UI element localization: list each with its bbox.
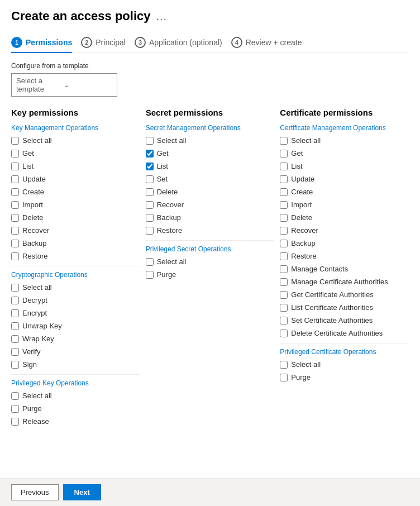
km-create-label[interactable]: Create xyxy=(22,188,44,196)
km-import-label[interactable]: Import xyxy=(22,201,43,209)
cert-create-checkbox[interactable] xyxy=(280,188,288,196)
sm-restore-checkbox[interactable] xyxy=(146,227,154,235)
tab-principal[interactable]: 2 Principal xyxy=(81,32,135,52)
cert-selectall-label[interactable]: Select all xyxy=(291,136,321,145)
km-recover-checkbox[interactable] xyxy=(11,227,19,235)
pc-selectall-checkbox[interactable] xyxy=(280,361,288,369)
sm-recover-checkbox[interactable] xyxy=(146,201,154,209)
pk-selectall-label[interactable]: Select all xyxy=(22,392,52,400)
ps-purge-checkbox[interactable] xyxy=(146,271,154,279)
pc-selectall-label[interactable]: Select all xyxy=(291,360,321,369)
co-encrypt-checkbox[interactable] xyxy=(11,309,19,317)
co-verify-label[interactable]: Verify xyxy=(22,347,41,356)
ps-selectall-checkbox[interactable] xyxy=(146,258,154,266)
previous-button[interactable]: Previous xyxy=(11,484,59,500)
sm-get-checkbox[interactable] xyxy=(146,150,154,157)
km-recover-label[interactable]: Recover xyxy=(22,226,49,235)
co-unwrapkey-checkbox[interactable] xyxy=(11,322,19,330)
tab-permissions[interactable]: 1 Permissions xyxy=(11,32,81,52)
next-button[interactable]: Next xyxy=(63,484,101,500)
co-selectall-label[interactable]: Select all xyxy=(22,283,52,292)
cert-update-checkbox[interactable] xyxy=(280,175,288,183)
pk-purge-label[interactable]: Purge xyxy=(22,404,42,413)
pk-release-label[interactable]: Release xyxy=(22,417,49,426)
km-list-label[interactable]: List xyxy=(22,162,34,170)
cert-selectall-checkbox[interactable] xyxy=(280,137,288,145)
pk-purge-checkbox[interactable] xyxy=(11,405,19,413)
cert-managecas-checkbox[interactable] xyxy=(280,278,288,286)
km-restore-checkbox[interactable] xyxy=(11,252,19,260)
km-create-checkbox[interactable] xyxy=(11,188,19,196)
template-dropdown[interactable]: Select a template ⌄ xyxy=(11,73,117,97)
cert-import-checkbox[interactable] xyxy=(280,201,288,209)
co-wrapkey-checkbox[interactable] xyxy=(11,335,19,343)
cert-recover-checkbox[interactable] xyxy=(280,227,288,235)
cert-get-checkbox[interactable] xyxy=(280,150,288,157)
co-decrypt-label[interactable]: Decrypt xyxy=(22,296,47,304)
cert-getcas-label[interactable]: Get Certificate Authorities xyxy=(291,290,373,299)
sm-selectall-checkbox[interactable] xyxy=(146,137,154,145)
km-update-label[interactable]: Update xyxy=(22,175,46,183)
sm-set-label[interactable]: Set xyxy=(157,175,168,183)
km-get-checkbox[interactable] xyxy=(11,150,19,157)
cert-backup-checkbox[interactable] xyxy=(280,240,288,247)
sm-list-label[interactable]: List xyxy=(157,162,168,170)
km-import-checkbox[interactable] xyxy=(11,201,19,209)
cert-deletecas-checkbox[interactable] xyxy=(280,330,288,337)
cert-restore-label[interactable]: Restore xyxy=(291,252,317,260)
cert-setcas-label[interactable]: Set Certificate Authorities xyxy=(291,316,373,324)
cert-create-label[interactable]: Create xyxy=(291,188,313,196)
km-update-checkbox[interactable] xyxy=(11,175,19,183)
sm-restore-label[interactable]: Restore xyxy=(157,226,183,235)
km-selectall-checkbox[interactable] xyxy=(11,137,19,145)
sm-get-label[interactable]: Get xyxy=(157,149,169,157)
co-selectall-checkbox[interactable] xyxy=(11,284,19,292)
co-encrypt-label[interactable]: Encrypt xyxy=(22,309,47,317)
cert-managecas-label[interactable]: Manage Certificate Authorities xyxy=(291,278,388,286)
km-delete-checkbox[interactable] xyxy=(11,214,19,222)
cert-import-label[interactable]: Import xyxy=(291,201,312,209)
km-restore-label[interactable]: Restore xyxy=(22,252,48,260)
cert-recover-label[interactable]: Recover xyxy=(291,226,318,235)
pk-selectall-checkbox[interactable] xyxy=(11,392,19,400)
cert-listcas-label[interactable]: List Certificate Authorities xyxy=(291,303,373,312)
km-delete-label[interactable]: Delete xyxy=(22,213,44,222)
cert-getcas-checkbox[interactable] xyxy=(280,291,288,299)
co-sign-label[interactable]: Sign xyxy=(22,360,37,369)
pc-purge-checkbox[interactable] xyxy=(280,374,288,381)
cert-restore-checkbox[interactable] xyxy=(280,252,288,260)
cert-deletecas-label[interactable]: Delete Certificate Authorities xyxy=(291,329,383,337)
cert-list-checkbox[interactable] xyxy=(280,163,288,170)
sm-set-checkbox[interactable] xyxy=(146,175,154,183)
tab-application[interactable]: 3 Application (optional) xyxy=(135,32,231,52)
tab-review[interactable]: 4 Review + create xyxy=(231,32,311,52)
cert-managecontacts-label[interactable]: Manage Contacts xyxy=(291,265,348,273)
ps-purge-label[interactable]: Purge xyxy=(157,270,176,279)
sm-backup-label[interactable]: Backup xyxy=(157,213,181,222)
co-sign-checkbox[interactable] xyxy=(11,361,19,369)
km-get-label[interactable]: Get xyxy=(22,149,34,157)
sm-selectall-label[interactable]: Select all xyxy=(157,136,187,145)
sm-delete-label[interactable]: Delete xyxy=(157,188,178,196)
co-wrapkey-label[interactable]: Wrap Key xyxy=(22,335,54,343)
sm-backup-checkbox[interactable] xyxy=(146,214,154,222)
pk-release-checkbox[interactable] xyxy=(11,418,19,426)
sm-list-checkbox[interactable] xyxy=(146,163,154,170)
km-selectall-label[interactable]: Select all xyxy=(22,136,52,145)
cert-managecontacts-checkbox[interactable] xyxy=(280,265,288,273)
pc-purge-label[interactable]: Purge xyxy=(291,373,311,381)
ps-selectall-label[interactable]: Select all xyxy=(157,257,187,266)
cert-delete-label[interactable]: Delete xyxy=(291,213,312,222)
km-backup-checkbox[interactable] xyxy=(11,240,19,247)
cert-delete-checkbox[interactable] xyxy=(280,214,288,222)
sm-delete-checkbox[interactable] xyxy=(146,188,154,196)
km-backup-label[interactable]: Backup xyxy=(22,239,46,247)
co-unwrapkey-label[interactable]: Unwrap Key xyxy=(22,322,62,330)
cert-list-label[interactable]: List xyxy=(291,162,302,170)
co-decrypt-checkbox[interactable] xyxy=(11,297,19,304)
km-list-checkbox[interactable] xyxy=(11,163,19,170)
cert-backup-label[interactable]: Backup xyxy=(291,239,315,247)
cert-update-label[interactable]: Update xyxy=(291,175,314,183)
sm-recover-label[interactable]: Recover xyxy=(157,201,184,209)
cert-get-label[interactable]: Get xyxy=(291,149,303,157)
